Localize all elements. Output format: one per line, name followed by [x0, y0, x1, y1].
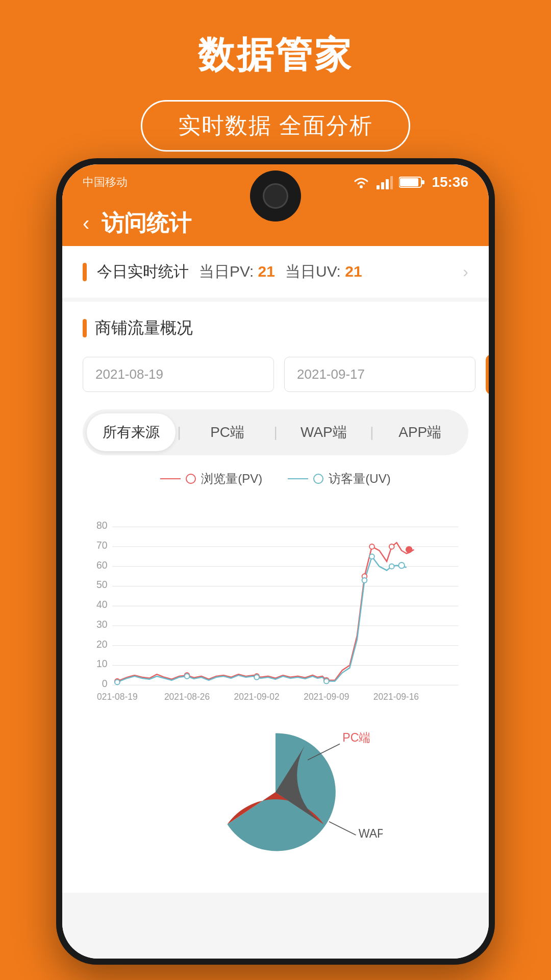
date-from-input[interactable] [83, 357, 274, 392]
app-title: 数据管家 [0, 31, 551, 80]
svg-rect-4 [390, 176, 393, 189]
svg-point-38 [406, 547, 412, 553]
svg-text:60: 60 [96, 559, 108, 571]
svg-point-44 [369, 554, 374, 559]
svg-point-46 [398, 562, 405, 569]
svg-text:2021-09-16: 2021-09-16 [373, 692, 419, 702]
svg-rect-2 [381, 182, 384, 189]
svg-text:30: 30 [96, 619, 108, 630]
phone-mockup: 中国移动 [56, 158, 495, 965]
svg-text:50: 50 [96, 579, 108, 590]
svg-point-0 [360, 185, 363, 188]
today-label: 今日实时统计 [97, 261, 189, 282]
chart-legend: 浏览量(PV) 访客量(UV) [83, 471, 468, 487]
legend-pv-label: 浏览量(PV) [201, 471, 262, 487]
svg-point-37 [389, 544, 394, 549]
app-subtitle: 实时数据 全面分析 [178, 113, 373, 138]
tab-pc[interactable]: PC端 [183, 413, 272, 451]
today-stats-card: 今日实时统计 当日PV: 21 当日UV: 21 › [62, 246, 489, 298]
svg-text:0: 0 [102, 678, 108, 689]
svg-point-39 [115, 680, 120, 685]
date-row: 确定 [83, 355, 468, 394]
section-bar-today [83, 263, 87, 281]
source-tabs: 所有来源 | PC端 | WAP端 | APP端 [83, 409, 468, 455]
svg-point-43 [362, 578, 367, 583]
svg-point-36 [369, 544, 374, 549]
svg-text:70: 70 [96, 540, 108, 551]
svg-point-45 [389, 564, 394, 569]
battery-icon [399, 175, 425, 189]
svg-point-41 [254, 675, 259, 680]
svg-text:PC端: PC端 [342, 731, 370, 744]
svg-rect-3 [386, 179, 389, 189]
svg-text:80: 80 [96, 520, 108, 531]
tab-all-sources[interactable]: 所有来源 [87, 413, 176, 451]
chart-area: 0 10 20 30 40 50 60 70 80 021-08-19 2021… [83, 497, 468, 707]
svg-rect-6 [400, 178, 418, 186]
svg-point-40 [185, 674, 190, 679]
app-title-area: 数据管家 实时数据 全面分析 [0, 31, 551, 152]
legend-uv-label: 访客量(UV) [329, 471, 390, 487]
wifi-icon [352, 175, 370, 189]
svg-text:WAP端: WAP端 [359, 827, 383, 840]
carrier-label: 中国移动 [83, 175, 128, 190]
svg-text:10: 10 [96, 658, 108, 669]
uv-stat: 当日UV: 21 [285, 261, 362, 282]
section-bar-store [83, 319, 87, 337]
camera-notch [250, 170, 301, 222]
camera-dot [263, 183, 288, 209]
svg-text:021-08-19: 021-08-19 [97, 692, 138, 702]
app-subtitle-box: 实时数据 全面分析 [141, 100, 410, 152]
tab-app[interactable]: APP端 [375, 413, 464, 451]
svg-rect-1 [377, 185, 380, 189]
tab-wap[interactable]: WAP端 [280, 413, 368, 451]
pv-value: 21 [258, 263, 275, 280]
legend-pv: 浏览量(PV) [160, 471, 262, 487]
status-right: 15:36 [352, 174, 468, 190]
nav-title: 访问统计 [102, 208, 191, 238]
svg-text:2021-09-02: 2021-09-02 [234, 692, 280, 702]
svg-text:2021-08-26: 2021-08-26 [164, 692, 210, 702]
svg-line-49 [329, 822, 356, 835]
status-time: 15:36 [432, 174, 468, 190]
confirm-button[interactable]: 确定 [486, 355, 489, 394]
svg-rect-7 [421, 180, 424, 184]
content-area: 今日实时统计 当日PV: 21 当日UV: 21 › 商铺流量概况 [62, 246, 489, 959]
svg-text:2021-09-09: 2021-09-09 [304, 692, 349, 702]
pie-chart: PC端 WAP端 [168, 717, 383, 867]
svg-text:40: 40 [96, 599, 108, 610]
pie-section: PC端 WAP端 [83, 707, 468, 877]
phone-screen: 中国移动 [62, 164, 489, 959]
line-chart: 0 10 20 30 40 50 60 70 80 021-08-19 2021… [83, 497, 468, 705]
today-stats-arrow[interactable]: › [463, 262, 468, 281]
svg-text:20: 20 [96, 639, 108, 650]
store-traffic-card: 商铺流量概况 确定 所有来源 | PC端 | WAP端 | APP端 [62, 302, 489, 893]
svg-point-42 [324, 679, 329, 684]
pv-stat: 当日PV: 21 [199, 261, 275, 282]
back-button[interactable]: ‹ [83, 212, 89, 235]
store-title: 商铺流量概况 [95, 317, 193, 339]
signal-icon [377, 175, 393, 189]
uv-value: 21 [345, 263, 362, 280]
legend-uv: 访客量(UV) [288, 471, 390, 487]
date-to-input[interactable] [284, 357, 475, 392]
